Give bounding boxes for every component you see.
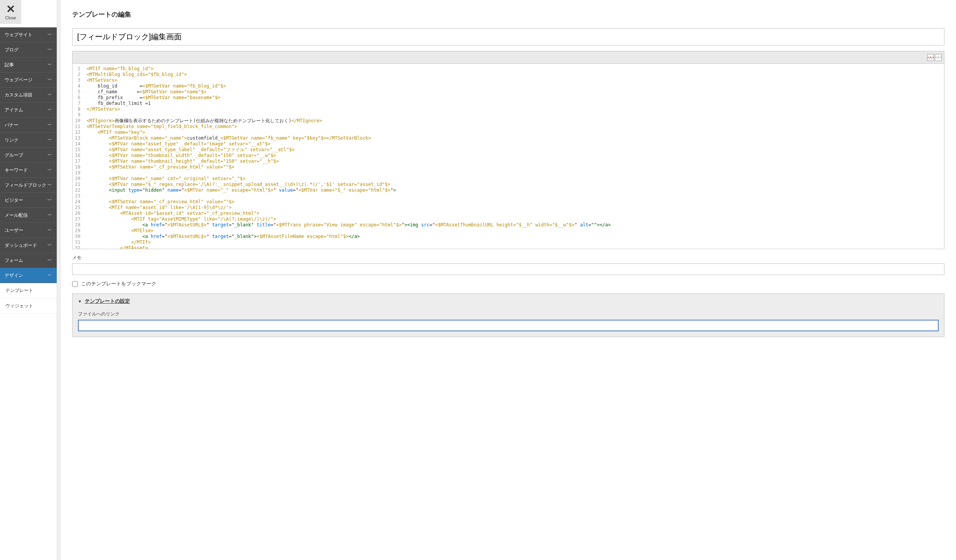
page-title: テンプレートの編集: [72, 10, 944, 19]
nav-item-0[interactable]: ウェブサイト﹀: [0, 27, 57, 42]
close-label: Close: [5, 15, 16, 20]
nav-item-label: デザイン: [5, 272, 23, 279]
chevron-down-icon: ﹀: [47, 122, 52, 128]
memo-input[interactable]: [72, 263, 944, 275]
code-content[interactable]: <MTIf name="fb_blog_id"><MTMultiBlog blo…: [83, 64, 613, 249]
chevron-down-icon: ﹀: [47, 257, 52, 264]
sub-nav-item-0[interactable]: テンプレート: [0, 283, 57, 299]
chevron-down-icon: ﹀: [47, 92, 52, 98]
nav-item-label: カスタム項目: [5, 92, 32, 98]
nav-item-label: ユーザー: [5, 227, 23, 234]
nav-item-label: ウェブページ: [5, 77, 32, 83]
main-content: テンプレートの編集 <A> <A> 1234567891011121314151…: [61, 0, 956, 560]
toolbar-plain-button[interactable]: <A>: [935, 54, 942, 61]
nav-item-14[interactable]: ダッシュボード﹀: [0, 238, 57, 253]
nav-item-label: フィールドブロック: [5, 182, 46, 189]
nav-item-6[interactable]: バナー﹀: [0, 118, 57, 133]
chevron-down-icon: ﹀: [47, 272, 52, 279]
sidebar: ウェブサイト﹀ブログ﹀記事﹀ウェブページ﹀カスタム項目﹀アイテム﹀バナー﹀リンク…: [0, 0, 57, 560]
nav-item-label: キーワード: [5, 167, 28, 174]
nav-item-11[interactable]: ビジター﹀: [0, 193, 57, 208]
chevron-down-icon: ﹀: [47, 47, 52, 53]
nav-item-label: リンク: [5, 137, 19, 143]
chevron-down-icon: ﹀: [47, 152, 52, 159]
nav-item-8[interactable]: グループ﹀: [0, 148, 57, 163]
bookmark-label: このテンプレートをブックマーク: [81, 280, 156, 287]
chevron-down-icon: ﹀: [47, 212, 52, 219]
triangle-down-icon: ▼: [78, 299, 82, 304]
chevron-down-icon: ﹀: [47, 32, 52, 38]
sub-nav-item-1[interactable]: ウィジェット: [0, 299, 57, 314]
nav-item-10[interactable]: フィールドブロック﹀: [0, 178, 57, 193]
nav-item-label: ビジター: [5, 197, 23, 204]
file-link-label: ファイルへのリンク: [78, 311, 939, 317]
nav-item-label: ウェブサイト: [5, 32, 32, 38]
nav-item-2[interactable]: 記事﹀: [0, 57, 57, 73]
template-settings-title: テンプレートの設定: [85, 298, 130, 304]
nav-item-12[interactable]: メール配信﹀: [0, 208, 57, 223]
chevron-down-icon: ﹀: [47, 242, 52, 249]
nav-item-5[interactable]: アイテム﹀: [0, 103, 57, 118]
nav-item-7[interactable]: リンク﹀: [0, 133, 57, 148]
template-settings-panel: ▼ テンプレートの設定 ファイルへのリンク: [72, 293, 944, 337]
template-name-input[interactable]: [72, 28, 944, 46]
chevron-down-icon: ﹀: [47, 197, 52, 204]
close-icon: ✕: [6, 4, 15, 15]
template-settings-toggle[interactable]: ▼ テンプレートの設定: [73, 294, 944, 309]
nav-item-label: ブログ: [5, 47, 19, 53]
memo-label: メモ: [72, 255, 944, 261]
file-link-input[interactable]: [78, 320, 939, 331]
nav-item-9[interactable]: キーワード﹀: [0, 163, 57, 178]
editor-toolbar: <A> <A>: [72, 51, 944, 63]
nav-item-1[interactable]: ブログ﹀: [0, 42, 57, 57]
chevron-down-icon: ﹀: [47, 167, 52, 174]
nav-item-4[interactable]: カスタム項目﹀: [0, 88, 57, 103]
chevron-down-icon: ﹀: [47, 77, 52, 83]
nav-item-16[interactable]: デザイン﹀: [0, 268, 57, 283]
nav-item-label: グループ: [5, 152, 23, 159]
close-button[interactable]: ✕ Close: [0, 0, 21, 24]
chevron-down-icon: ﹀: [47, 62, 52, 68]
line-number-gutter: 1234567891011121314151617181920212223242…: [73, 64, 83, 249]
nav-item-label: アイテム: [5, 107, 23, 113]
nav-item-label: バナー: [5, 122, 19, 128]
nav-item-13[interactable]: ユーザー﹀: [0, 223, 57, 238]
nav-item-label: フォーム: [5, 257, 23, 264]
nav-item-3[interactable]: ウェブページ﹀: [0, 73, 57, 88]
nav-item-label: 記事: [5, 62, 14, 68]
chevron-down-icon: ﹀: [47, 137, 52, 143]
bookmark-checkbox[interactable]: [72, 281, 78, 287]
chevron-down-icon: ﹀: [47, 182, 52, 189]
chevron-down-icon: ﹀: [47, 107, 52, 113]
code-editor[interactable]: 1234567891011121314151617181920212223242…: [72, 63, 944, 249]
toolbar-syntax-highlight-button[interactable]: <A>: [927, 54, 934, 61]
nav-item-label: メール配信: [5, 212, 28, 219]
chevron-down-icon: ﹀: [47, 227, 52, 234]
nav-item-label: ダッシュボード: [5, 242, 37, 249]
nav-item-15[interactable]: フォーム﹀: [0, 253, 57, 268]
sidebar-scrollbar[interactable]: [57, 0, 61, 560]
